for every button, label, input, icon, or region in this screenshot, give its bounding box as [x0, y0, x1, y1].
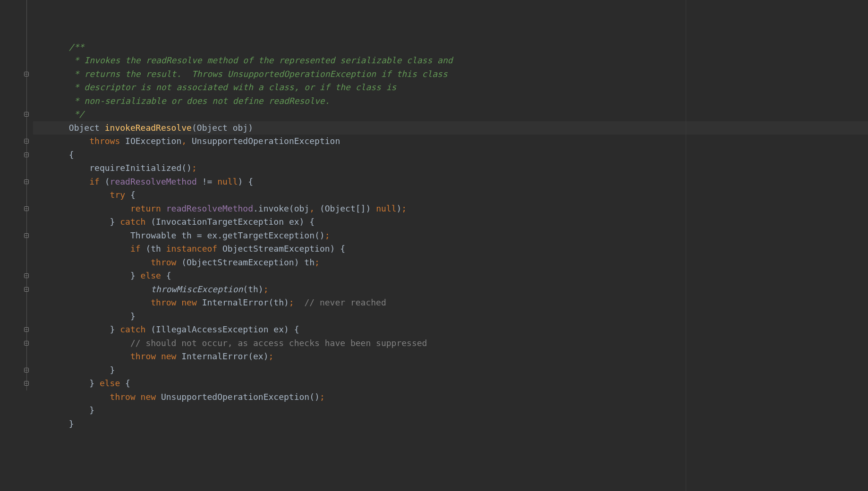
code-token: // should not occur, as access checks ha… — [130, 338, 427, 348]
code-line[interactable]: throw new UnsupportedOperationException(… — [33, 390, 868, 404]
code-line[interactable]: throws IOException, UnsupportedOperation… — [33, 135, 868, 148]
code-line[interactable]: throw new InternalError(ex); — [33, 350, 868, 364]
code-area[interactable]: /** * Invokes the readResolve method of … — [33, 0, 868, 491]
code-token: (InvocationTargetException ex) { — [151, 217, 315, 227]
fold-toggle-icon[interactable] — [24, 138, 29, 144]
code-token: ; — [315, 257, 320, 267]
code-line[interactable]: } — [33, 404, 868, 417]
code-line[interactable]: try { — [33, 188, 868, 202]
gutter — [0, 0, 33, 491]
code-line[interactable]: Throwable th = ex.getTargetException(); — [33, 229, 868, 243]
code-line[interactable]: // should not occur, as access checks ha… — [33, 337, 868, 350]
code-line[interactable]: } — [33, 364, 868, 377]
code-token: ; — [325, 230, 330, 240]
code-token: (Object[]) — [320, 203, 376, 213]
code-token: } — [89, 405, 94, 415]
code-token: } — [89, 378, 100, 388]
code-token: * descriptor is not associated with a cl… — [69, 82, 397, 92]
code-token: } — [110, 217, 120, 227]
code-token: InternalError(ex) — [181, 351, 268, 361]
fold-toggle-icon[interactable] — [24, 233, 29, 238]
code-line[interactable]: } else { — [33, 377, 868, 390]
code-token: (Object obj) — [192, 123, 253, 133]
code-token: if — [130, 244, 146, 254]
fold-toggle-icon[interactable] — [24, 179, 29, 185]
code-token: } — [110, 324, 120, 334]
code-token: .invoke(obj — [253, 203, 309, 213]
code-token: throw — [151, 257, 181, 267]
code-line[interactable]: } catch (IllegalAccessException ex) { — [33, 323, 868, 337]
code-line[interactable]: * Invokes the readResolve method of the … — [33, 54, 868, 68]
code-editor[interactable]: /** * Invokes the readResolve method of … — [0, 0, 868, 491]
fold-toggle-icon[interactable] — [24, 381, 29, 386]
code-token: ; — [264, 284, 269, 294]
code-line[interactable]: } catch (InvocationTargetException ex) { — [33, 215, 868, 229]
code-line[interactable]: requireInitialized(); — [33, 161, 868, 175]
fold-toggle-icon[interactable] — [24, 340, 29, 346]
code-token: { — [125, 378, 130, 388]
fold-toggle-icon[interactable] — [24, 152, 29, 158]
code-line[interactable]: * returns the result. Throws Unsupported… — [33, 68, 868, 81]
code-token: throw new — [151, 297, 202, 307]
code-token: ; — [269, 351, 274, 361]
code-token: { — [130, 190, 136, 200]
code-line[interactable]: { — [33, 148, 868, 162]
code-token: return — [130, 203, 166, 213]
fold-toggle-icon[interactable] — [24, 206, 29, 212]
code-line[interactable]: if (th instanceof ObjectStreamException)… — [33, 242, 868, 256]
code-token: throws — [89, 136, 125, 146]
code-token: (th — [145, 244, 166, 254]
code-line[interactable]: } — [33, 417, 868, 431]
code-token: ; — [320, 392, 325, 402]
code-token: ; — [192, 163, 197, 173]
code-token: } — [69, 419, 74, 429]
code-token: */ — [69, 109, 85, 119]
code-token: UnsupportedOperationException — [192, 136, 340, 146]
code-line[interactable]: /** — [33, 41, 868, 54]
code-token: * Invokes the readResolve method of the … — [69, 55, 453, 65]
code-token: null — [217, 177, 238, 186]
fold-toggle-icon[interactable] — [24, 287, 29, 292]
code-token: throwMiscException — [151, 284, 243, 294]
code-token: , — [309, 203, 320, 213]
code-line[interactable]: if (readResolveMethod != null) { — [33, 175, 868, 189]
code-line[interactable]: } else { — [33, 269, 868, 283]
fold-toggle-icon[interactable] — [24, 111, 29, 117]
code-token: readResolveMethod — [110, 177, 197, 186]
code-token: if — [89, 177, 105, 186]
code-token: * non-serializable or does not define re… — [69, 96, 330, 106]
code-token: ( — [105, 177, 110, 186]
code-token: (th) — [243, 284, 263, 294]
code-token: } — [130, 271, 141, 280]
code-token: null — [376, 203, 396, 213]
code-line[interactable]: * descriptor is not associated with a cl… — [33, 81, 868, 94]
code-token: /** — [69, 42, 85, 52]
code-token: else — [141, 271, 166, 280]
code-token: else — [100, 378, 125, 388]
code-line[interactable]: } — [33, 310, 868, 323]
fold-toggle-icon[interactable] — [24, 327, 29, 332]
code-token: readResolveMethod — [166, 203, 253, 213]
code-token: (ObjectStreamException) th — [181, 257, 315, 267]
code-token: InternalError(th) — [202, 297, 289, 307]
fold-toggle-icon[interactable] — [24, 367, 29, 373]
code-line[interactable]: throw (ObjectStreamException) th; — [33, 256, 868, 270]
code-token: Object — [69, 123, 105, 133]
code-line[interactable]: * non-serializable or does not define re… — [33, 94, 868, 108]
code-line[interactable]: */ — [33, 108, 868, 121]
fold-toggle-icon[interactable] — [24, 71, 29, 77]
code-token: instanceof — [166, 244, 222, 254]
code-token: ; — [289, 297, 305, 307]
code-token: catch — [120, 217, 151, 227]
code-token: { — [69, 150, 74, 160]
code-token: // never reached — [304, 297, 386, 307]
code-line[interactable]: throw new InternalError(th); // never re… — [33, 296, 868, 310]
code-token: try — [110, 190, 130, 200]
code-line[interactable]: throwMiscException(th); — [33, 283, 868, 296]
code-line[interactable]: return readResolveMethod.invoke(obj, (Ob… — [33, 202, 868, 216]
code-token: UnsupportedOperationException() — [161, 392, 320, 402]
code-token: requireInitialized() — [89, 163, 192, 173]
code-line[interactable]: Object invokeReadResolve(Object obj) — [33, 121, 868, 135]
code-token: throw new — [130, 351, 181, 361]
fold-toggle-icon[interactable] — [24, 273, 29, 279]
